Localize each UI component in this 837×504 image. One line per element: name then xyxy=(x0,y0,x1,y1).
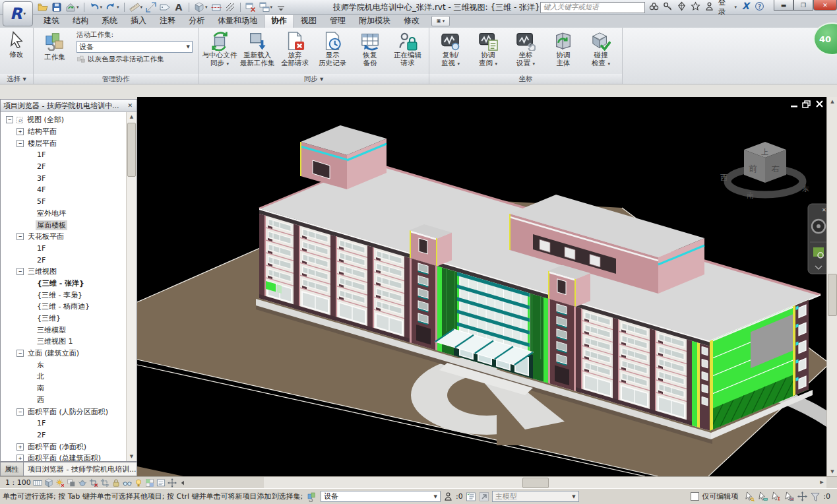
tree-item[interactable]: 东 xyxy=(1,359,137,371)
crop-view-icon[interactable] xyxy=(89,478,98,488)
coord-button-复制/监视[interactable]: 复制/监视 ▾ xyxy=(432,30,469,74)
thinlines-icon[interactable] xyxy=(224,2,236,13)
worksharing-icon[interactable] xyxy=(145,478,154,488)
hide-isolate-icon[interactable] xyxy=(123,478,132,488)
collapse-icon[interactable]: − xyxy=(16,268,24,275)
tab-properties[interactable]: 属性 xyxy=(0,462,24,476)
sync-button-恢复备份[interactable]: 恢复备份 xyxy=(352,30,388,74)
crop-region-icon[interactable] xyxy=(100,478,109,488)
sync-button-重新载入最新工作集[interactable]: 重新载入最新工作集 xyxy=(239,30,276,74)
shadows-icon[interactable] xyxy=(67,478,76,488)
coord-button-协调主体[interactable]: 协调主体 xyxy=(545,30,582,74)
browser-scroll-down-icon[interactable]: ▼ xyxy=(127,452,137,461)
help-icon[interactable]: ? xyxy=(755,1,764,13)
select-pinned-icon[interactable] xyxy=(771,491,781,501)
ribbon-state-toggle-icon[interactable]: ▣ ▾ xyxy=(431,16,450,26)
tree-item[interactable]: {三维 - 张洋} xyxy=(1,278,137,290)
filter-icon[interactable] xyxy=(810,491,821,502)
detail-level-icon[interactable] xyxy=(33,478,42,488)
application-menu-button[interactable]: R▾ xyxy=(3,1,33,26)
tree-item[interactable]: −楼层平面 xyxy=(1,137,137,149)
visual-style-icon[interactable] xyxy=(44,478,53,488)
qat-menu-icon[interactable] xyxy=(275,2,287,13)
sync-button-正在编辑请求[interactable]: 正在编辑请求 xyxy=(389,30,426,74)
measure-icon[interactable]: ▾ xyxy=(129,2,144,13)
browser-close-icon[interactable]: ✕ xyxy=(126,102,134,109)
tab-修改[interactable]: 修改 xyxy=(397,14,426,28)
tree-item[interactable]: {三维} xyxy=(1,313,137,325)
tree-item[interactable]: 1F xyxy=(1,149,137,161)
tree-item[interactable]: {三维 - 杨雨迪} xyxy=(1,301,137,313)
person-icon[interactable] xyxy=(704,1,714,13)
tree-item[interactable]: +结构平面 xyxy=(1,126,137,138)
tree-item[interactable]: 2F xyxy=(1,161,137,173)
sync-button-放弃全部请求[interactable]: 放弃全部请求 xyxy=(276,30,313,74)
render-icon[interactable] xyxy=(78,478,87,488)
scroll-right-icon[interactable]: ▶ xyxy=(817,477,826,488)
tree-item[interactable]: 南 xyxy=(1,383,137,394)
undo-icon[interactable]: ▾ xyxy=(88,2,104,13)
tab-分析[interactable]: 分析 xyxy=(182,14,211,28)
tree-item[interactable]: 屋面楼板 xyxy=(1,219,137,231)
tab-管理[interactable]: 管理 xyxy=(323,14,352,28)
communication-badge[interactable]: 40 xyxy=(813,22,837,55)
collapse-left-icon[interactable] xyxy=(179,479,187,487)
expand-icon[interactable]: + xyxy=(16,443,24,451)
select-byface-icon[interactable] xyxy=(784,491,794,501)
sync-button-与中心文件同步[interactable]: 与中心文件同步 ▾ xyxy=(201,30,238,74)
active-option-icon[interactable] xyxy=(479,491,489,502)
collapse-icon[interactable]: − xyxy=(16,408,24,416)
vertical-scroll-thumb[interactable] xyxy=(828,274,837,316)
browser-scrollbar[interactable]: ▲ ▼ xyxy=(126,112,137,461)
tree-item[interactable]: 北 xyxy=(1,371,137,383)
close-hidden-icon[interactable] xyxy=(245,2,257,13)
tree-item[interactable]: 1F xyxy=(1,418,137,429)
sync-home-icon[interactable]: ▾ xyxy=(65,2,80,13)
exchange-icon[interactable]: X xyxy=(741,1,751,13)
key-icon[interactable] xyxy=(663,1,673,13)
design-options-icon[interactable] xyxy=(466,491,476,502)
tab-系统[interactable]: 系统 xyxy=(95,14,124,28)
panel-label-select[interactable]: 选择 ▾ xyxy=(0,74,33,84)
scroll-up-icon[interactable]: ▲ xyxy=(827,97,837,106)
browser-scroll-thumb[interactable] xyxy=(127,123,136,177)
drag-icon[interactable] xyxy=(797,491,807,501)
scroll-down-icon[interactable]: ▼ xyxy=(827,467,837,476)
vertical-scrollbar[interactable]: ▲ ▼ xyxy=(826,97,837,476)
save-icon[interactable] xyxy=(51,2,63,13)
tab-project-browser[interactable]: 项目浏览器 - 技师学院机电培训... xyxy=(24,462,137,476)
tree-item[interactable]: 西 xyxy=(1,394,137,406)
scale-button[interactable]: 1 : 100 xyxy=(5,478,31,487)
tree-item[interactable]: −天花板平面 xyxy=(1,231,137,243)
workset-status-icon[interactable] xyxy=(307,491,318,502)
worksets-button[interactable]: 工作集 xyxy=(36,30,73,74)
collapse-icon[interactable]: − xyxy=(6,116,13,123)
tree-item[interactable]: 室外地坪 xyxy=(1,208,137,220)
view3d-icon[interactable]: ▾ xyxy=(193,2,208,13)
tree-item[interactable]: +面积平面 (总建筑面积) xyxy=(1,453,137,461)
tree-item[interactable]: 2F xyxy=(1,254,137,266)
select-links-icon[interactable] xyxy=(745,491,755,501)
tab-体量和场地[interactable]: 体量和场地 xyxy=(211,14,264,28)
tree-item[interactable]: 2F xyxy=(1,429,137,441)
signin-button[interactable]: 登录 xyxy=(718,0,733,17)
star-icon[interactable] xyxy=(691,1,700,13)
design-option-select[interactable]: 主模型▼ xyxy=(492,491,579,502)
redo-icon[interactable]: ▾ xyxy=(105,2,120,13)
tab-注释[interactable]: 注释 xyxy=(153,14,182,28)
tempview-icon[interactable] xyxy=(156,478,166,488)
tab-协作[interactable]: 协作 xyxy=(264,13,294,28)
tree-item[interactable]: +面积平面 (净面积) xyxy=(1,441,137,453)
coord-button-坐标设置[interactable]: 坐标设置 ▾ xyxy=(507,30,544,74)
collapse-icon[interactable]: − xyxy=(16,350,24,357)
tab-结构[interactable]: 结构 xyxy=(66,14,95,28)
tree-item[interactable]: 4F xyxy=(1,184,137,196)
close-button[interactable]: ✕ xyxy=(813,0,837,11)
workset-select[interactable]: 设备▼ xyxy=(321,491,441,502)
sunpath-icon[interactable] xyxy=(55,478,65,488)
open-icon[interactable] xyxy=(37,2,49,13)
sync-button-显示历史记录[interactable]: 显示历史记录 xyxy=(314,30,351,74)
tree-item[interactable]: 1F xyxy=(1,243,137,255)
tab-建筑[interactable]: 建筑 xyxy=(37,14,66,28)
active-workset-select[interactable]: 设备▼ xyxy=(77,41,193,53)
